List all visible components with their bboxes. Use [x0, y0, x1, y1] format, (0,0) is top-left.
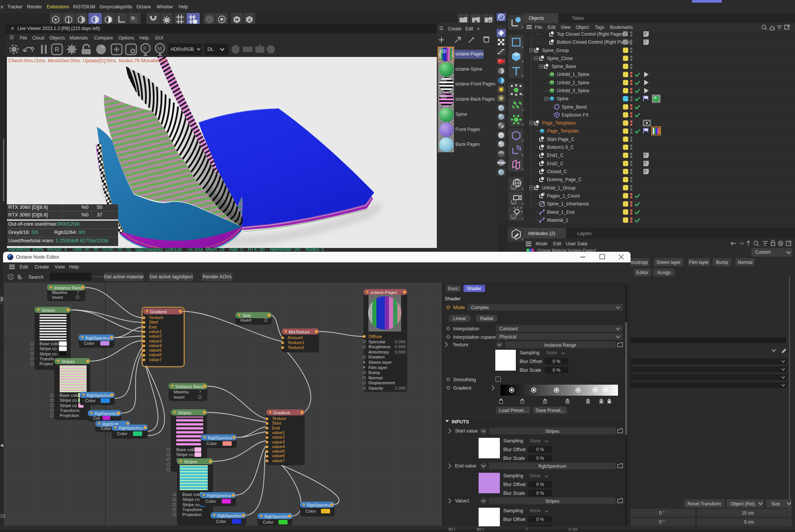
svg-text:Editor: Editor — [636, 270, 648, 275]
svg-text:Stripes: Stripes — [61, 359, 75, 364]
svg-text:Invert: Invert — [52, 295, 63, 300]
svg-text:0 cm: 0 cm — [744, 519, 754, 525]
svg-text:0 °: 0 ° — [659, 510, 665, 516]
svg-text:End: End — [149, 325, 156, 329]
svg-text:Object (Rel): Object (Rel) — [730, 501, 755, 507]
svg-text:Start: Start — [149, 320, 158, 324]
svg-text:Octane Material [octane-Pages]: Octane Material [octane-Pages] — [537, 248, 596, 252]
svg-text:nisotropy: nisotropy — [631, 260, 648, 265]
svg-text:Col: Col — [93, 416, 100, 420]
svg-text:Assign: Assign — [657, 270, 671, 275]
svg-text:Linear: Linear — [453, 316, 466, 321]
svg-text:Instance Ranç: Instance Ranç — [175, 384, 204, 389]
svg-text:Sampling: Sampling — [520, 350, 539, 355]
svg-text:Transfo: Transfo — [40, 357, 54, 361]
svg-text:Blur Scale: Blur Scale — [503, 491, 525, 496]
svg-text:Color: Color — [117, 431, 128, 436]
svg-text:7: 7 — [199, 390, 201, 394]
svg-text:Unfold_1_Spine: Unfold_1_Spine — [557, 72, 590, 77]
svg-text:Render AOVs: Render AOVs — [202, 274, 231, 279]
svg-text:RgbSpectruı: RgbSpectruı — [264, 514, 289, 519]
svg-text:Maximu: Maximu — [174, 390, 189, 394]
svg-text:Save Preset...: Save Preset... — [536, 408, 564, 413]
svg-text:Start: Start — [272, 421, 281, 425]
svg-text:Page_Template: Page_Template — [547, 128, 579, 134]
svg-text:value5: value5 — [272, 449, 285, 453]
svg-text:Mode: Mode — [536, 241, 547, 246]
svg-text:Color: Color — [263, 520, 273, 524]
svg-text:Search: Search — [28, 275, 44, 280]
svg-text:Layers: Layers — [577, 231, 592, 236]
svg-text:Displacement: Displacement — [368, 380, 395, 385]
svg-text:0 %: 0 % — [553, 359, 561, 364]
svg-text:Side: Side — [242, 313, 251, 318]
svg-text:Attributes (2): Attributes (2) — [528, 231, 555, 236]
svg-text:Base colo: Base colo — [182, 492, 202, 497]
svg-text:Gradient: Gradient — [273, 410, 290, 415]
svg-text:End: End — [272, 426, 280, 430]
svg-text:Objects: Objects — [529, 16, 544, 21]
svg-text:Sheen layer: Sheen layer — [368, 360, 392, 365]
svg-text:User Data: User Data — [566, 241, 587, 246]
svg-text:Size: Size — [771, 501, 780, 507]
svg-text:0 %: 0 % — [553, 368, 561, 373]
svg-text:Closed_C: Closed_C — [547, 169, 567, 174]
svg-text:INPUTS: INPUTS — [452, 419, 469, 425]
svg-text:Octane Node Editor: Octane Node Editor — [16, 254, 60, 260]
svg-text:Help: Help — [69, 264, 79, 270]
svg-text:15 cm: 15 cm — [741, 510, 754, 516]
svg-text:Spine_Base: Spine_Base — [552, 64, 576, 69]
svg-text:Blend_1_End: Blend_1_End — [547, 210, 574, 215]
svg-text:Diffuse: Diffuse — [368, 334, 382, 339]
svg-text:Sampling: Sampling — [503, 508, 523, 513]
svg-text:RgbSpectruı: RgbSpectruı — [119, 426, 143, 430]
svg-text:Color: Color — [205, 499, 216, 504]
svg-text:Edit: Edit — [553, 241, 561, 246]
svg-text:Smoothing: Smoothing — [453, 377, 476, 382]
svg-text:RgbSpectruı: RgbSpectruı — [208, 436, 232, 440]
svg-text:0.500: 0.500 — [395, 344, 406, 349]
svg-text:MixTexture: MixTexture — [289, 330, 310, 334]
svg-text:Stripe co: Stripe co — [40, 346, 57, 351]
svg-text:value2: value2 — [272, 435, 285, 439]
svg-text:Normal: Normal — [738, 260, 752, 265]
svg-text:Color: Color — [85, 398, 96, 403]
svg-text:value4: value4 — [149, 343, 162, 348]
svg-text:Instance Range: Instance Range — [544, 343, 576, 348]
svg-text:None: None — [530, 508, 541, 513]
svg-text:Texture: Texture — [149, 315, 163, 320]
svg-text:Film layer: Film layer — [368, 365, 387, 370]
svg-text:value6: value6 — [149, 352, 162, 357]
svg-text:Stripes: Stripes — [184, 459, 198, 464]
svg-text:Bump: Bump — [368, 370, 380, 375]
svg-text:Transform: Transform — [182, 507, 202, 512]
svg-text:M: M — [157, 45, 162, 52]
svg-text:Pages_1_Count: Pages_1_Count — [547, 193, 580, 199]
svg-text:0 %: 0 % — [536, 482, 544, 487]
svg-text:Get active tag/object: Get active tag/object — [150, 274, 193, 279]
svg-text:Object: Object — [576, 25, 589, 30]
svg-text:None: None — [530, 473, 541, 478]
svg-text:Gradient: Gradient — [150, 309, 167, 314]
svg-text:Blur Offset: Blur Offset — [503, 482, 526, 487]
svg-text:Radial: Radial — [480, 316, 493, 321]
svg-text:value5: value5 — [149, 348, 162, 352]
svg-text:Material_1: Material_1 — [547, 218, 568, 223]
svg-text:Amount: Amount — [288, 335, 303, 340]
svg-text:Spine_Close: Spine_Close — [547, 56, 573, 61]
svg-text:Spine_Bend: Spine_Bend — [562, 104, 586, 110]
svg-text:Invert: Invert — [240, 318, 252, 322]
svg-text:Basic: Basic — [448, 286, 459, 291]
svg-text:7: 7 — [77, 290, 79, 295]
svg-text:ST: ST — [512, 216, 516, 219]
svg-text:Mode: Mode — [453, 305, 465, 310]
svg-text:Invert: Invert — [174, 395, 185, 399]
svg-text:Edit: Edit — [548, 25, 556, 30]
svg-text:Color: Color — [101, 426, 111, 431]
svg-text:Value1: Value1 — [455, 498, 469, 504]
svg-text:DL: DL — [207, 46, 214, 52]
svg-text:View: View — [561, 25, 571, 30]
svg-text:Sampling: Sampling — [503, 438, 523, 444]
svg-text:Blur Offset: Blur Offset — [503, 517, 526, 522]
svg-text:RgbSpectruı: RgbSpectruı — [217, 513, 242, 518]
